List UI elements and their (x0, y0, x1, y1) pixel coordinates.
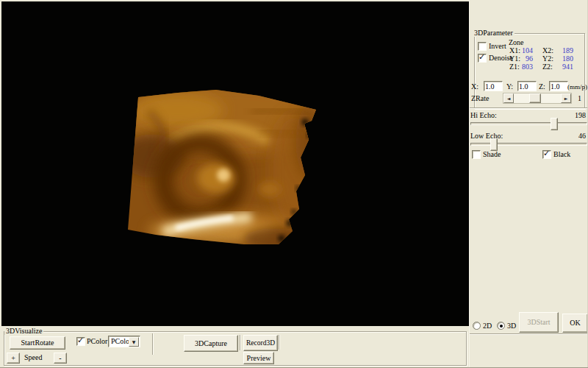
check-icon: ✓ (543, 149, 550, 158)
zone-x2-value: 189 (559, 47, 573, 54)
black-label: Black (553, 151, 570, 158)
zone-y1-value: 96 (518, 55, 533, 63)
voxel-z-input[interactable] (549, 81, 568, 91)
panel-bottom-separator (470, 333, 588, 335)
zone-z2-label: Z2: (542, 63, 553, 71)
zrate-scrollbar[interactable]: ◄ ► (503, 93, 572, 104)
toolbar-separator (152, 333, 154, 355)
low-echo-slider-thumb[interactable] (490, 138, 498, 151)
parameter-panel: 3DParameter Invert ✓ Denoise Zone X1: 10… (469, 0, 588, 368)
dropdown-arrow-icon[interactable]: ▼ (129, 337, 139, 347)
hi-echo-slider-track[interactable] (470, 122, 587, 125)
render-viewport[interactable] (1, 1, 469, 326)
voxel-y-label: Y: (506, 83, 513, 91)
pcolor-dropdown[interactable]: PColor ▼ (108, 336, 140, 347)
low-echo-label: Low Echo: (470, 132, 503, 140)
voxel-x-label: X: (471, 83, 478, 91)
zone-x1-value: 104 (518, 47, 533, 54)
invert-label: Invert (489, 43, 506, 50)
low-echo-slider-track[interactable] (470, 143, 587, 146)
speed-minus-button[interactable]: - (54, 353, 67, 364)
zrate-value: 1 (578, 95, 581, 102)
mode-3d-label: 3D (507, 322, 516, 330)
voxel-z-label: Z: (539, 83, 545, 91)
voxel-y-input[interactable] (517, 81, 537, 91)
mode-2d-radio[interactable] (473, 322, 481, 330)
mode-3d-radio[interactable] (497, 322, 505, 330)
visualize-panel: 3DVisualize StartRotate + Speed - ✓ PCol… (1, 326, 469, 367)
zone-x2-label: X2: (542, 47, 553, 54)
pcolor-checkbox[interactable]: ✓ (76, 337, 85, 346)
check-icon: ✓ (77, 336, 84, 345)
zone-title: Zone (509, 39, 524, 46)
denoise-checkbox[interactable]: ✓ (478, 54, 487, 63)
parameter-separator (470, 107, 588, 109)
record3d-button[interactable]: Record3D (243, 335, 278, 351)
low-echo-value: 46 (578, 132, 586, 140)
zrate-label: ZRate (471, 95, 489, 102)
black-checkbox[interactable]: ✓ (542, 150, 551, 159)
zone-y2-label: Y2: (542, 55, 553, 63)
zone-z2-value: 941 (559, 63, 573, 71)
speed-label: Speed (24, 354, 42, 361)
ultrasound-3d-app-window: { "window": { "background": "#ece9d8" },… (0, 0, 588, 368)
start-rotate-button[interactable]: StartRotate (10, 336, 65, 350)
scroll-left-icon: ◄ (507, 96, 511, 101)
zrate-scroll-thumb[interactable] (529, 93, 541, 103)
mode-2d-label: 2D (483, 322, 492, 330)
invert-checkbox[interactable] (478, 42, 487, 51)
zone-y2-value: 180 (559, 55, 573, 63)
toolbar-separator (279, 335, 280, 350)
visualize-group-title: 3DVisualize (4, 328, 43, 335)
3dcapture-button[interactable]: 3DCapture (184, 335, 238, 352)
voxel-unit-label: (mm/p) (567, 83, 587, 91)
hi-echo-label: Hi Echo: (470, 112, 497, 119)
scroll-left-button[interactable]: ◄ (503, 93, 514, 103)
scroll-right-button[interactable]: ► (561, 93, 571, 103)
voxel-x-input[interactable] (484, 81, 503, 91)
speed-plus-button[interactable]: + (7, 353, 20, 364)
check-icon: ✓ (478, 52, 485, 62)
toolbar-separator (240, 335, 241, 350)
hi-echo-value: 198 (575, 112, 586, 119)
ultrasound-3d-render (1, 1, 469, 326)
preview-button[interactable]: Preview (243, 352, 274, 364)
3dstart-button[interactable]: 3DStart (519, 312, 559, 333)
shade-label: Shade (483, 151, 501, 158)
ok-button[interactable]: OK (562, 314, 588, 333)
chevron-down-icon: ▼ (132, 340, 136, 344)
parameter-group-title: 3DParameter (473, 29, 514, 37)
pcolor-checkbox-label: PColor (87, 338, 107, 345)
zone-z1-value: 803 (518, 63, 533, 71)
shade-checkbox[interactable] (472, 150, 481, 159)
scroll-right-icon: ► (564, 96, 568, 101)
hi-echo-slider-thumb[interactable] (551, 118, 558, 130)
